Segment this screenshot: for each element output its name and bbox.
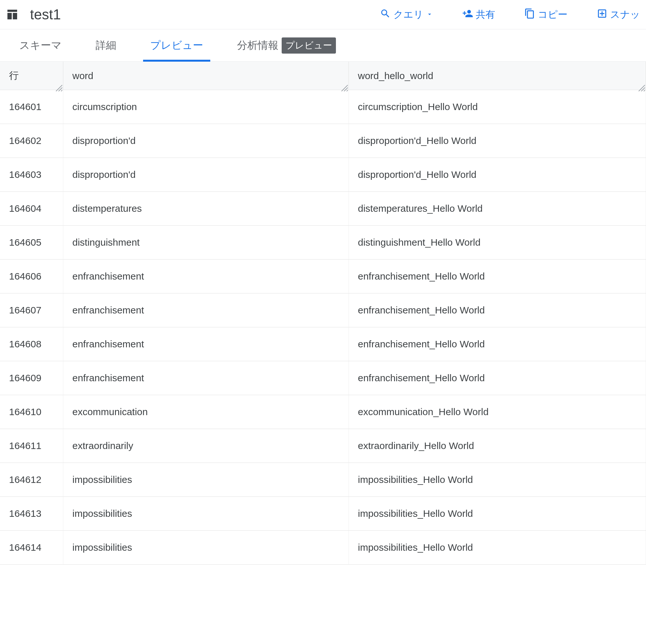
person-add-icon (462, 8, 473, 21)
column-label: 行 (9, 69, 19, 82)
resize-handle-icon[interactable] (56, 83, 62, 89)
cell-row-number: 164606 (0, 260, 63, 293)
table-row[interactable]: 164613impossibilitiesimpossibilities_Hel… (0, 497, 646, 531)
cell-word: impossibilities (63, 497, 349, 530)
share-label: 共有 (476, 8, 495, 21)
table-row[interactable]: 164608enfranchisementenfranchisement_Hel… (0, 327, 646, 361)
snapshot-icon (597, 8, 608, 21)
table-row[interactable]: 164612impossibilitiesimpossibilities_Hel… (0, 463, 646, 497)
cell-word-hello-world: enfranchisement_Hello World (349, 327, 646, 361)
cell-row-number: 164601 (0, 90, 63, 124)
copy-button[interactable]: コピー (524, 8, 567, 21)
cell-word: enfranchisement (63, 293, 349, 327)
table-header: 行 word word_hello_world (0, 61, 646, 90)
cell-word: enfranchisement (63, 361, 349, 395)
copy-label: コピー (538, 8, 567, 21)
cell-word-hello-world: enfranchisement_Hello World (349, 293, 646, 327)
tab-preview[interactable]: プレビュー (150, 29, 203, 61)
cell-row-number: 164602 (0, 124, 63, 157)
cell-row-number: 164613 (0, 497, 63, 530)
cell-row-number: 164607 (0, 293, 63, 327)
table-row[interactable]: 164607enfranchisementenfranchisement_Hel… (0, 293, 646, 327)
cell-word-hello-world: impossibilities_Hello World (349, 531, 646, 564)
query-button[interactable]: クエリ (380, 8, 433, 21)
table-row[interactable]: 164605distinguishmentdistinguishment_Hel… (0, 226, 646, 260)
cell-word: enfranchisement (63, 327, 349, 361)
tab-schema[interactable]: スキーマ (19, 29, 62, 61)
table-row[interactable]: 164601circumscriptioncircumscription_Hel… (0, 90, 646, 124)
cell-word-hello-world: extraordinarily_Hello World (349, 429, 646, 463)
column-header-row[interactable]: 行 (0, 61, 63, 90)
tab-details[interactable]: 詳細 (96, 29, 116, 61)
cell-word-hello-world: enfranchisement_Hello World (349, 361, 646, 395)
tabs-bar: スキーマ 詳細 プレビュー 分析情報 プレビュー (0, 29, 646, 61)
cell-row-number: 164608 (0, 327, 63, 361)
cell-row-number: 164614 (0, 531, 63, 564)
query-label: クエリ (394, 8, 423, 21)
resize-handle-icon[interactable] (341, 83, 348, 89)
table-row[interactable]: 164610excommunicationexcommunication_Hel… (0, 395, 646, 429)
cell-row-number: 164611 (0, 429, 63, 463)
cell-row-number: 164603 (0, 158, 63, 191)
table-icon (6, 8, 19, 21)
cell-word-hello-world: excommunication_Hello World (349, 395, 646, 429)
cell-word: distinguishment (63, 226, 349, 259)
cell-row-number: 164609 (0, 361, 63, 395)
resize-handle-icon[interactable] (639, 83, 645, 89)
cell-word: impossibilities (63, 531, 349, 564)
table-row[interactable]: 164603disproportion'ddisproportion'd_Hel… (0, 158, 646, 192)
cell-word: disproportion'd (63, 158, 349, 191)
column-label: word_hello_world (358, 71, 433, 81)
table-row[interactable]: 164609enfranchisementenfranchisement_Hel… (0, 361, 646, 395)
cell-word-hello-world: distinguishment_Hello World (349, 226, 646, 259)
cell-word: circumscription (63, 90, 349, 124)
tab-insights[interactable]: 分析情報 プレビュー (237, 29, 336, 61)
cell-word-hello-world: distemperatures_Hello World (349, 192, 646, 225)
column-header-word-hello-world[interactable]: word_hello_world (349, 61, 646, 90)
cell-word-hello-world: disproportion'd_Hello World (349, 158, 646, 191)
copy-icon (524, 8, 535, 21)
tab-label: 分析情報 (237, 38, 279, 52)
search-icon (380, 8, 391, 21)
page-title: test1 (30, 6, 61, 23)
cell-word: enfranchisement (63, 260, 349, 293)
cell-word: extraordinarily (63, 429, 349, 463)
cell-word: distemperatures (63, 192, 349, 225)
cell-word-hello-world: impossibilities_Hello World (349, 463, 646, 497)
table-body: 164601circumscriptioncircumscription_Hel… (0, 90, 646, 564)
table-row[interactable]: 164606enfranchisementenfranchisement_Hel… (0, 260, 646, 293)
cell-word: impossibilities (63, 463, 349, 497)
cell-row-number: 164610 (0, 395, 63, 429)
share-button[interactable]: 共有 (462, 8, 495, 21)
cell-word: disproportion'd (63, 124, 349, 157)
cell-word-hello-world: circumscription_Hello World (349, 90, 646, 124)
table-row[interactable]: 164604distemperaturesdistemperatures_Hel… (0, 192, 646, 226)
cell-word: excommunication (63, 395, 349, 429)
cell-row-number: 164605 (0, 226, 63, 259)
column-header-word[interactable]: word (63, 61, 349, 90)
chevron-down-icon (426, 9, 433, 20)
table-row[interactable]: 164614impossibilitiesimpossibilities_Hel… (0, 531, 646, 564)
toolbar: クエリ 共有 コピー スナッ (380, 8, 640, 21)
tab-label: スキーマ (19, 38, 62, 52)
table-row[interactable]: 164611extraordinarilyextraordinarily_Hel… (0, 429, 646, 463)
cell-row-number: 164604 (0, 192, 63, 225)
preview-badge: プレビュー (282, 37, 336, 53)
snapshot-button[interactable]: スナッ (597, 8, 640, 21)
snapshot-label: スナッ (610, 8, 640, 21)
column-label: word (72, 71, 93, 81)
cell-row-number: 164612 (0, 463, 63, 497)
tab-label: 詳細 (96, 38, 116, 52)
tab-label: プレビュー (150, 38, 203, 52)
cell-word-hello-world: impossibilities_Hello World (349, 497, 646, 530)
table-row[interactable]: 164602disproportion'ddisproportion'd_Hel… (0, 124, 646, 158)
cell-word-hello-world: enfranchisement_Hello World (349, 260, 646, 293)
header-bar: test1 クエリ 共有 コピー スナッ (0, 0, 646, 29)
cell-word-hello-world: disproportion'd_Hello World (349, 124, 646, 157)
